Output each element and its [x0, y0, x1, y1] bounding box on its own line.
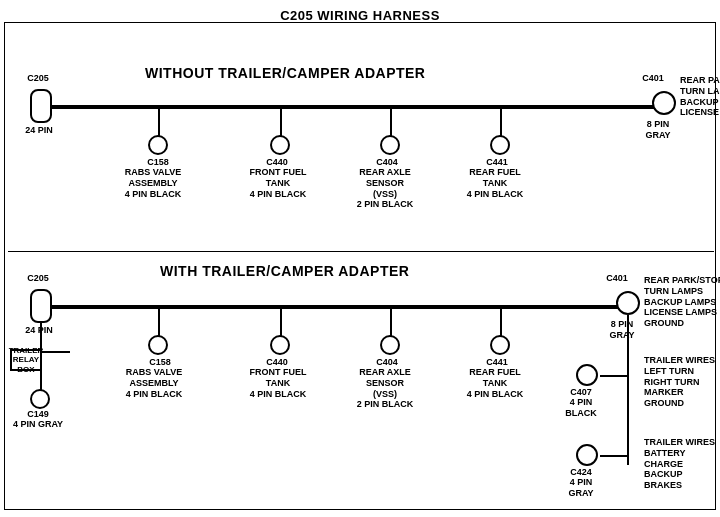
- divider-line: [8, 251, 714, 252]
- top-c158-vline: [158, 107, 160, 137]
- c424-circle: [576, 444, 598, 466]
- right-branch-vline: [627, 315, 629, 465]
- bottom-c441-vline: [500, 307, 502, 337]
- top-c440-desc: FRONT FUELTANK4 PIN BLACK: [244, 167, 312, 199]
- bottom-section-title: WITH TRAILER/CAMPER ADAPTER: [160, 263, 409, 279]
- top-c205-rect: [30, 89, 52, 123]
- top-c401-label: 8 PINGRAY: [638, 119, 678, 141]
- top-c401-desc: REAR PARK/STOPTURN LAMPSBACKUP LAMPSLICE…: [680, 75, 720, 118]
- c149-label: 4 PIN GRAY: [8, 419, 68, 430]
- top-section-title: WITHOUT TRAILER/CAMPER ADAPTER: [145, 65, 425, 81]
- top-c440-circle: [270, 135, 290, 155]
- c424-hline: [600, 455, 628, 457]
- bottom-c401-desc: REAR PARK/STOPTURN LAMPSBACKUP LAMPSLICE…: [644, 275, 720, 329]
- c424-desc: TRAILER WIRESBATTERY CHARGEBACKUPBRAKES: [644, 437, 720, 491]
- bottom-main-line: [50, 305, 620, 309]
- bottom-c441-desc: REAR FUELTANK4 PIN BLACK: [460, 367, 530, 399]
- trailer-relay-hline: [40, 351, 70, 353]
- page-title: C205 WIRING HARNESS: [0, 0, 720, 23]
- top-c441-desc: REAR FUELTANK4 PIN BLACK: [460, 167, 530, 199]
- bottom-c440-circle: [270, 335, 290, 355]
- diagram-container: WITHOUT TRAILER/CAMPER ADAPTER C205 24 P…: [0, 23, 720, 517]
- top-c401-circle: [652, 91, 676, 115]
- top-c404-vline: [390, 107, 392, 137]
- trailer-relay-box: TRAILERRELAYBOX: [10, 349, 42, 371]
- bottom-c158-vline: [158, 307, 160, 337]
- c149-vline: [40, 371, 42, 391]
- top-c404-circle: [380, 135, 400, 155]
- bottom-c401-id: C401: [602, 273, 632, 284]
- top-c158-desc: RABS VALVEASSEMBLY4 PIN BLACK: [118, 167, 188, 199]
- bottom-c404-vline: [390, 307, 392, 337]
- bottom-c158-desc: RABS VALVEASSEMBLY4 PIN BLACK: [118, 367, 190, 399]
- top-c158-circle: [148, 135, 168, 155]
- top-c205-label: 24 PIN: [14, 125, 64, 136]
- c407-hline: [600, 375, 628, 377]
- c424-label: 4 PINGRAY: [556, 477, 606, 499]
- bottom-c440-vline: [280, 307, 282, 337]
- bottom-c205-rect: [30, 289, 52, 323]
- c407-circle: [576, 364, 598, 386]
- bottom-c404-circle: [380, 335, 400, 355]
- c407-desc: TRAILER WIRESLEFT TURNRIGHT TURNMARKERGR…: [644, 355, 720, 409]
- top-c441-vline: [500, 107, 502, 137]
- bottom-c404-desc: REAR AXLESENSOR(VSS)2 PIN BLACK: [350, 367, 420, 410]
- bottom-c401-label: 8 PINGRAY: [602, 319, 642, 341]
- c407-label: 4 PINBLACK: [556, 397, 606, 419]
- top-c440-vline: [280, 107, 282, 137]
- bottom-c441-circle: [490, 335, 510, 355]
- bottom-c440-desc: FRONT FUELTANK4 PIN BLACK: [244, 367, 312, 399]
- c149-circle: [30, 389, 50, 409]
- top-c205-id: C205: [18, 73, 58, 84]
- top-c441-circle: [490, 135, 510, 155]
- bottom-c401-circle: [616, 291, 640, 315]
- top-c401-id: C401: [638, 73, 668, 84]
- top-main-line: [50, 105, 670, 109]
- bottom-c205-label: 24 PIN: [14, 325, 64, 336]
- bottom-c205-id: C205: [18, 273, 58, 284]
- top-c404-desc: REAR AXLESENSOR(VSS)2 PIN BLACK: [350, 167, 420, 210]
- bottom-c158-circle: [148, 335, 168, 355]
